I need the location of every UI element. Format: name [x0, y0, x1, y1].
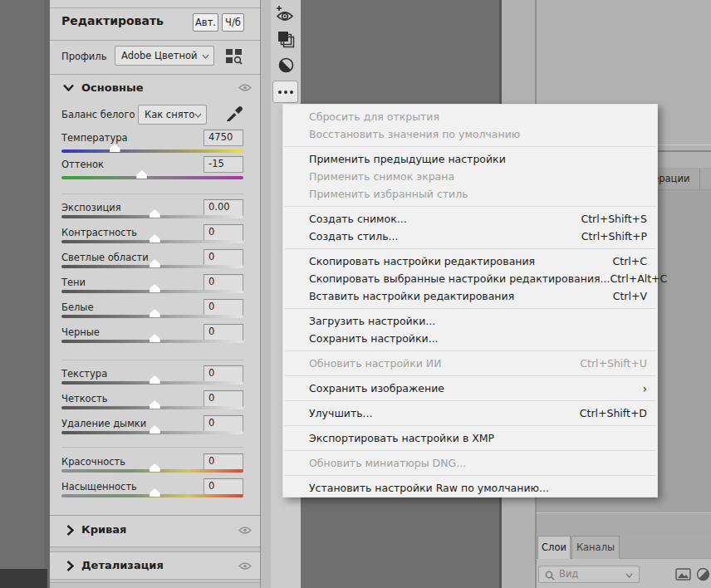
- menu-item[interactable]: Создать снимок...Ctrl+Shift+S: [283, 210, 657, 228]
- menu-item[interactable]: Вставить настройки редактированияCtrl+V: [283, 287, 657, 305]
- eye-plus-icon[interactable]: [276, 5, 296, 23]
- slider-label: Белые: [61, 301, 93, 313]
- slider-track[interactable]: [61, 406, 243, 409]
- slider-track[interactable]: [61, 315, 243, 318]
- slider-value-field[interactable]: 0: [203, 299, 243, 316]
- menu-item[interactable]: Улучшить...Ctrl+Shift+D: [283, 404, 657, 422]
- slider-track[interactable]: [61, 381, 243, 385]
- white-balance-dropdown[interactable]: Как снято: [138, 105, 207, 125]
- slider-value-field[interactable]: 0: [203, 453, 243, 470]
- profile-value: Adobe Цветной: [121, 50, 198, 61]
- tab-channels[interactable]: Каналы: [571, 536, 620, 559]
- next-section-sliver: [50, 583, 260, 588]
- slider-label: Черные: [61, 326, 100, 338]
- white-balance-value: Как снято: [145, 109, 194, 120]
- slider-value-field[interactable]: 0: [203, 274, 243, 291]
- slider-tint: Оттенок-15: [61, 156, 243, 183]
- slider-track[interactable]: [61, 290, 243, 293]
- slider-track[interactable]: [61, 431, 243, 434]
- slider-value-field[interactable]: 0: [203, 390, 243, 407]
- slider-thumb[interactable]: [150, 463, 160, 472]
- slider-thumb[interactable]: [150, 400, 160, 409]
- slider-track[interactable]: [61, 176, 243, 179]
- profile-label: Профиль: [61, 51, 106, 62]
- profile-browser-icon[interactable]: [225, 48, 243, 65]
- slider-value-field[interactable]: -15: [203, 156, 243, 173]
- slider-thumb[interactable]: [150, 488, 160, 497]
- slider-value-field[interactable]: 0.00: [203, 199, 243, 216]
- menu-separator: [285, 146, 655, 147]
- half-circle-icon[interactable]: [278, 57, 294, 73]
- slider-thumb[interactable]: [150, 425, 160, 434]
- slider-thumb[interactable]: [150, 375, 160, 384]
- black-white-button[interactable]: Ч/б: [222, 13, 244, 32]
- color-sliders: Красочность0Насыщенность0: [61, 453, 243, 503]
- stacked-squares-icon[interactable]: [277, 31, 295, 48]
- eye-icon[interactable]: [238, 561, 252, 571]
- search-icon: [545, 571, 555, 581]
- eye-icon[interactable]: [238, 83, 252, 92]
- auto-button[interactable]: Авт.: [193, 13, 218, 32]
- section-header-detail[interactable]: Детализация: [81, 559, 164, 571]
- slider-value-field[interactable]: 0: [203, 365, 243, 382]
- eye-icon[interactable]: [238, 526, 252, 535]
- slider-thumb[interactable]: [150, 209, 160, 218]
- menu-item[interactable]: Загрузить настройки...: [283, 312, 657, 330]
- slider-track[interactable]: [61, 215, 243, 218]
- slider-track[interactable]: [61, 149, 243, 153]
- slider-thumb[interactable]: [150, 234, 160, 243]
- slider-value-field[interactable]: 4750: [203, 130, 243, 146]
- section-header-basic[interactable]: Основные: [81, 81, 143, 94]
- section-header-curve[interactable]: Кривая: [81, 523, 126, 536]
- layers-filter-placeholder: Вид: [559, 568, 578, 580]
- menu-item-label: Сохранить настройки...: [309, 332, 439, 345]
- profile-dropdown[interactable]: Adobe Цветной: [115, 46, 214, 66]
- slider-label: Красочность: [61, 456, 125, 468]
- slider-track[interactable]: [61, 340, 243, 343]
- menu-item[interactable]: Установить настройки Raw по умолчанию...: [283, 479, 657, 497]
- slider-thumb[interactable]: [110, 144, 120, 152]
- slider-thumb[interactable]: [136, 170, 147, 179]
- menu-separator: [285, 308, 655, 309]
- slider-track[interactable]: [61, 265, 243, 268]
- submenu-arrow-icon: ›: [642, 383, 647, 394]
- menu-item: Обновить настройки ИИCtrl+Shift+U: [283, 355, 657, 372]
- panel-scroll-gutter[interactable]: [260, 0, 271, 588]
- adjustment-half-circle-icon[interactable]: [696, 567, 710, 581]
- image-thumbnail-icon[interactable]: [675, 568, 691, 581]
- slider-thumb[interactable]: [150, 259, 160, 267]
- slider-track[interactable]: [61, 240, 243, 243]
- menu-item[interactable]: Скопировать настройки редактированияCtrl…: [283, 252, 657, 270]
- slider-label: Светлые области: [61, 252, 149, 263]
- slider-value-field[interactable]: 0: [203, 478, 243, 495]
- slider-thumb[interactable]: [150, 334, 160, 342]
- slider-value-field[interactable]: 0: [203, 324, 243, 341]
- chevron-right-icon[interactable]: [66, 525, 74, 536]
- menu-item[interactable]: Применить предыдущие настройки: [283, 150, 657, 168]
- menu-item[interactable]: Сохранить изображение›: [283, 380, 657, 397]
- slider-track[interactable]: [61, 494, 243, 497]
- menu-item[interactable]: Сохранить настройки...: [283, 330, 657, 347]
- slider-thumb[interactable]: [150, 309, 160, 317]
- chevron-down-icon[interactable]: [63, 84, 74, 91]
- menu-separator: [285, 450, 655, 451]
- menu-item-label: Создать стиль...: [309, 230, 399, 243]
- slider-thumb[interactable]: [150, 284, 160, 292]
- white-balance-sliders: Температура4750Оттенок-15: [61, 130, 243, 183]
- slider-value-field[interactable]: 0: [203, 415, 243, 432]
- slider-whites: Белые0: [61, 299, 243, 324]
- tab-layers[interactable]: Слои: [537, 536, 571, 559]
- menu-item[interactable]: Создать стиль...Ctrl+Shift+P: [283, 228, 657, 245]
- slider-value-field[interactable]: 0: [203, 249, 243, 266]
- menu-item[interactable]: Скопировать выбранные настройки редактир…: [283, 270, 657, 287]
- menu-separator: [285, 425, 655, 426]
- layers-filter-dropdown[interactable]: Вид: [538, 566, 640, 583]
- slider-track[interactable]: [61, 469, 243, 473]
- slider-value-field[interactable]: 0: [203, 224, 243, 241]
- more-options-button[interactable]: [272, 81, 298, 103]
- eyedropper-icon[interactable]: [224, 104, 244, 124]
- menu-item-label: Сбросить для открытия: [309, 110, 439, 123]
- menu-item[interactable]: Экспортировать настройки в XMP: [283, 429, 657, 447]
- chevron-right-icon[interactable]: [66, 561, 74, 571]
- slider-label: Оттенок: [61, 159, 104, 170]
